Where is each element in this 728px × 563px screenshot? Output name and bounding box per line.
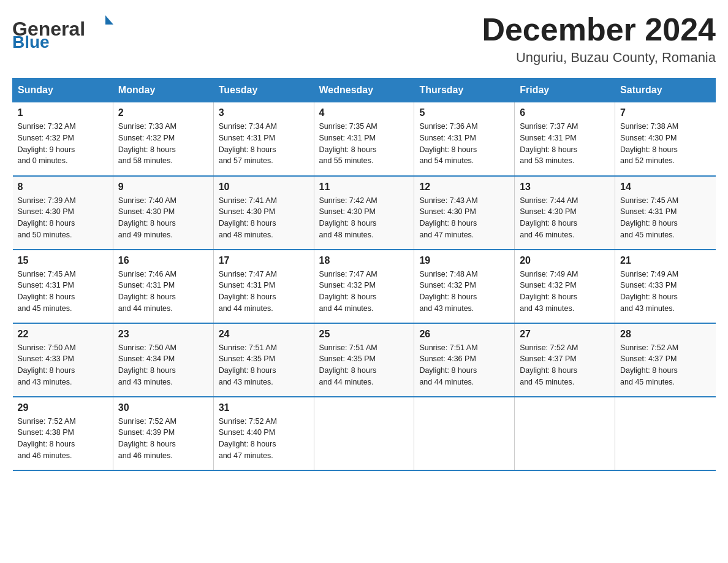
day-number: 1 xyxy=(18,107,108,118)
day-number: 3 xyxy=(219,107,309,118)
day-number: 27 xyxy=(520,329,610,340)
calendar-week-4: 22 Sunrise: 7:50 AMSunset: 4:33 PMDaylig… xyxy=(13,323,716,397)
day-number: 18 xyxy=(319,255,409,266)
day-number: 21 xyxy=(620,255,710,266)
day-number: 20 xyxy=(520,255,610,266)
day-number: 2 xyxy=(118,107,208,118)
calendar-cell: 24 Sunrise: 7:51 AMSunset: 4:35 PMDaylig… xyxy=(213,323,314,397)
calendar-cell: 30 Sunrise: 7:52 AMSunset: 4:39 PMDaylig… xyxy=(113,397,213,470)
day-number: 17 xyxy=(219,255,309,266)
calendar-week-5: 29 Sunrise: 7:52 AMSunset: 4:38 PMDaylig… xyxy=(13,397,716,470)
calendar-cell: 2 Sunrise: 7:33 AMSunset: 4:32 PMDayligh… xyxy=(113,102,213,176)
calendar-cell: 3 Sunrise: 7:34 AMSunset: 4:31 PMDayligh… xyxy=(213,102,314,176)
calendar-cell: 19 Sunrise: 7:48 AMSunset: 4:32 PMDaylig… xyxy=(414,250,515,323)
day-number: 4 xyxy=(319,107,409,118)
day-info: Sunrise: 7:34 AMSunset: 4:31 PMDaylight:… xyxy=(219,121,309,167)
day-info: Sunrise: 7:51 AMSunset: 4:36 PMDaylight:… xyxy=(419,342,509,388)
calendar-cell: 27 Sunrise: 7:52 AMSunset: 4:37 PMDaylig… xyxy=(515,323,615,397)
month-title: December 2024 xyxy=(482,12,716,47)
calendar-cell: 5 Sunrise: 7:36 AMSunset: 4:31 PMDayligh… xyxy=(414,102,515,176)
svg-marker-1 xyxy=(105,15,113,25)
day-number: 6 xyxy=(520,107,610,118)
col-saturday: Saturday xyxy=(615,79,716,102)
day-number: 30 xyxy=(118,402,208,413)
day-info: Sunrise: 7:48 AMSunset: 4:32 PMDaylight:… xyxy=(419,269,509,315)
day-info: Sunrise: 7:42 AMSunset: 4:30 PMDaylight:… xyxy=(319,195,409,241)
calendar-cell: 17 Sunrise: 7:47 AMSunset: 4:31 PMDaylig… xyxy=(213,250,314,323)
calendar-cell: 20 Sunrise: 7:49 AMSunset: 4:32 PMDaylig… xyxy=(515,250,615,323)
day-number: 10 xyxy=(219,182,309,193)
day-number: 11 xyxy=(319,182,409,193)
day-number: 26 xyxy=(419,329,509,340)
col-wednesday: Wednesday xyxy=(314,79,414,102)
day-number: 5 xyxy=(419,107,509,118)
day-info: Sunrise: 7:44 AMSunset: 4:30 PMDaylight:… xyxy=(520,195,610,241)
calendar-cell xyxy=(414,397,515,470)
day-info: Sunrise: 7:39 AMSunset: 4:30 PMDaylight:… xyxy=(18,195,108,241)
day-number: 8 xyxy=(18,182,108,193)
day-info: Sunrise: 7:40 AMSunset: 4:30 PMDaylight:… xyxy=(118,195,208,241)
day-info: Sunrise: 7:49 AMSunset: 4:33 PMDaylight:… xyxy=(620,269,710,315)
calendar-cell: 1 Sunrise: 7:32 AMSunset: 4:32 PMDayligh… xyxy=(13,102,113,176)
day-number: 15 xyxy=(18,255,108,266)
day-number: 28 xyxy=(620,329,710,340)
day-number: 12 xyxy=(419,182,509,193)
calendar-cell: 22 Sunrise: 7:50 AMSunset: 4:33 PMDaylig… xyxy=(13,323,113,397)
day-info: Sunrise: 7:51 AMSunset: 4:35 PMDaylight:… xyxy=(319,342,409,388)
calendar-week-2: 8 Sunrise: 7:39 AMSunset: 4:30 PMDayligh… xyxy=(13,176,716,250)
calendar-cell: 31 Sunrise: 7:52 AMSunset: 4:40 PMDaylig… xyxy=(213,397,314,470)
calendar-cell: 23 Sunrise: 7:50 AMSunset: 4:34 PMDaylig… xyxy=(113,323,213,397)
day-info: Sunrise: 7:50 AMSunset: 4:33 PMDaylight:… xyxy=(18,342,108,388)
day-info: Sunrise: 7:33 AMSunset: 4:32 PMDaylight:… xyxy=(118,121,208,167)
calendar-table: Sunday Monday Tuesday Wednesday Thursday… xyxy=(12,78,716,471)
calendar-cell: 9 Sunrise: 7:40 AMSunset: 4:30 PMDayligh… xyxy=(113,176,213,250)
col-monday: Monday xyxy=(113,79,213,102)
calendar-cell: 16 Sunrise: 7:46 AMSunset: 4:31 PMDaylig… xyxy=(113,250,213,323)
day-number: 22 xyxy=(18,329,108,340)
page-header: General Blue December 2024 Unguriu, Buza… xyxy=(12,12,716,66)
calendar-cell xyxy=(515,397,615,470)
day-info: Sunrise: 7:51 AMSunset: 4:35 PMDaylight:… xyxy=(219,342,309,388)
calendar-cell: 6 Sunrise: 7:37 AMSunset: 4:31 PMDayligh… xyxy=(515,102,615,176)
day-info: Sunrise: 7:47 AMSunset: 4:32 PMDaylight:… xyxy=(319,269,409,315)
day-info: Sunrise: 7:35 AMSunset: 4:31 PMDaylight:… xyxy=(319,121,409,167)
day-info: Sunrise: 7:37 AMSunset: 4:31 PMDaylight:… xyxy=(520,121,610,167)
svg-text:Blue: Blue xyxy=(12,33,50,49)
day-number: 9 xyxy=(118,182,208,193)
day-info: Sunrise: 7:47 AMSunset: 4:31 PMDaylight:… xyxy=(219,269,309,315)
calendar-cell: 10 Sunrise: 7:41 AMSunset: 4:30 PMDaylig… xyxy=(213,176,314,250)
calendar-cell: 14 Sunrise: 7:45 AMSunset: 4:31 PMDaylig… xyxy=(615,176,716,250)
day-number: 24 xyxy=(219,329,309,340)
day-info: Sunrise: 7:46 AMSunset: 4:31 PMDaylight:… xyxy=(118,269,208,315)
day-info: Sunrise: 7:52 AMSunset: 4:37 PMDaylight:… xyxy=(520,342,610,388)
calendar-cell: 4 Sunrise: 7:35 AMSunset: 4:31 PMDayligh… xyxy=(314,102,414,176)
day-info: Sunrise: 7:32 AMSunset: 4:32 PMDaylight:… xyxy=(18,121,108,167)
day-number: 14 xyxy=(620,182,710,193)
calendar-cell: 12 Sunrise: 7:43 AMSunset: 4:30 PMDaylig… xyxy=(414,176,515,250)
col-tuesday: Tuesday xyxy=(213,79,314,102)
calendar-cell: 15 Sunrise: 7:45 AMSunset: 4:31 PMDaylig… xyxy=(13,250,113,323)
calendar-cell: 21 Sunrise: 7:49 AMSunset: 4:33 PMDaylig… xyxy=(615,250,716,323)
day-number: 19 xyxy=(419,255,509,266)
day-number: 31 xyxy=(219,402,309,413)
calendar-cell: 11 Sunrise: 7:42 AMSunset: 4:30 PMDaylig… xyxy=(314,176,414,250)
calendar-cell: 8 Sunrise: 7:39 AMSunset: 4:30 PMDayligh… xyxy=(13,176,113,250)
col-thursday: Thursday xyxy=(414,79,515,102)
day-info: Sunrise: 7:43 AMSunset: 4:30 PMDaylight:… xyxy=(419,195,509,241)
day-info: Sunrise: 7:50 AMSunset: 4:34 PMDaylight:… xyxy=(118,342,208,388)
calendar-cell: 29 Sunrise: 7:52 AMSunset: 4:38 PMDaylig… xyxy=(13,397,113,470)
calendar-cell: 28 Sunrise: 7:52 AMSunset: 4:37 PMDaylig… xyxy=(615,323,716,397)
col-friday: Friday xyxy=(515,79,615,102)
day-number: 13 xyxy=(520,182,610,193)
day-info: Sunrise: 7:49 AMSunset: 4:32 PMDaylight:… xyxy=(520,269,610,315)
calendar-cell xyxy=(615,397,716,470)
day-info: Sunrise: 7:45 AMSunset: 4:31 PMDaylight:… xyxy=(18,269,108,315)
calendar-cell: 26 Sunrise: 7:51 AMSunset: 4:36 PMDaylig… xyxy=(414,323,515,397)
calendar-cell: 7 Sunrise: 7:38 AMSunset: 4:30 PMDayligh… xyxy=(615,102,716,176)
col-sunday: Sunday xyxy=(13,79,113,102)
calendar-week-3: 15 Sunrise: 7:45 AMSunset: 4:31 PMDaylig… xyxy=(13,250,716,323)
title-block: December 2024 Unguriu, Buzau County, Rom… xyxy=(482,12,716,66)
day-info: Sunrise: 7:45 AMSunset: 4:31 PMDaylight:… xyxy=(620,195,710,241)
day-number: 29 xyxy=(18,402,108,413)
day-info: Sunrise: 7:52 AMSunset: 4:37 PMDaylight:… xyxy=(620,342,710,388)
